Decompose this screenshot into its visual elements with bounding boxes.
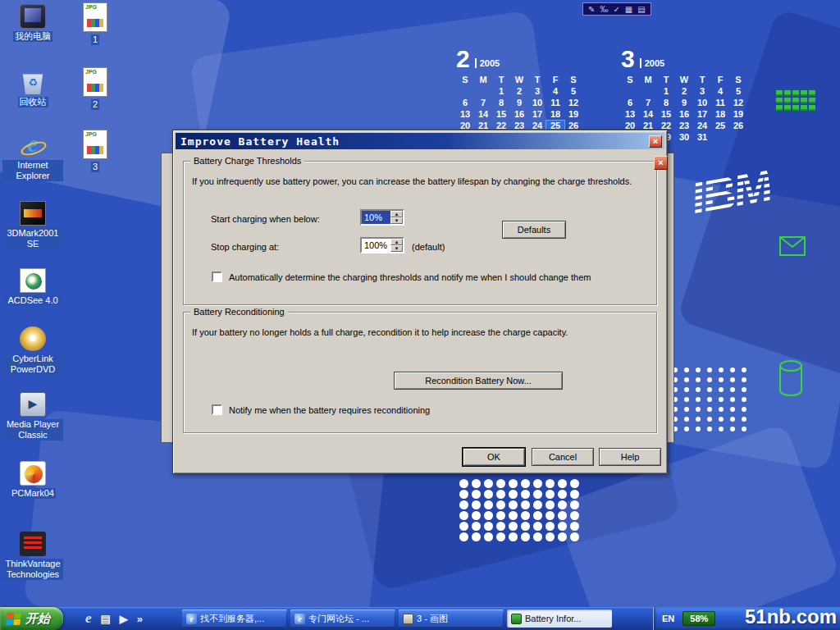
calendar-day: 15	[657, 109, 675, 120]
internet-explorer-quick-icon[interactable]: e	[85, 610, 92, 627]
dot	[496, 532, 505, 541]
brush-icon[interactable]: ✓	[613, 5, 619, 14]
show-desktop-icon[interactable]: ▤	[101, 613, 111, 625]
desktop-icon-recycle-bin[interactable]: 回收站	[2, 70, 64, 107]
dot	[570, 500, 579, 509]
calendar-weekday: S	[621, 75, 639, 85]
dot	[546, 479, 555, 488]
calendar-day: 5	[729, 86, 747, 97]
task-label: Battery Infor...	[525, 614, 581, 623]
green-square	[784, 90, 791, 96]
ok-button[interactable]: OK	[463, 448, 525, 466]
language-indicator[interactable]: EN	[662, 614, 674, 623]
start-charging-value[interactable]: 10%	[362, 211, 390, 224]
ring-dot	[719, 397, 724, 402]
dot	[459, 490, 468, 499]
desktop-icon-acdsee[interactable]: ACDSee 4.0	[2, 268, 64, 306]
green-square	[809, 105, 815, 111]
dot	[509, 479, 518, 488]
help-button[interactable]: Help	[599, 448, 661, 466]
desktop-icon-powerdvd[interactable]: CyberLink PowerDVD	[2, 326, 64, 375]
calendar-3-2005: 32005SMTWTFS1234567891011121314151617181…	[621, 48, 747, 143]
ring-dot	[684, 407, 689, 412]
auto-determine-checkbox-label: Automatically determine the charging thr…	[229, 272, 591, 282]
media-player-quick-icon[interactable]: ▶	[120, 613, 128, 625]
calendar-day: 7	[639, 98, 657, 108]
taskbar-task-3[interactable]: 3 - 画图	[399, 609, 504, 628]
jpg-file-icon: JPG	[83, 67, 107, 97]
recondition-battery-now-button[interactable]: Recondition Battery Now...	[394, 372, 563, 390]
calendar-day: 12	[564, 98, 582, 108]
auto-determine-checkbox[interactable]	[212, 272, 222, 282]
quick-launch: e▤▶»	[85, 607, 143, 630]
spin-down-arrow-icon[interactable]: ▼	[390, 217, 403, 224]
dot	[484, 511, 493, 520]
jpg-file-2[interactable]: JPG2	[75, 67, 115, 110]
desktop-icon-thinkvantage[interactable]: ThinkVantage Technologies	[2, 532, 64, 580]
percent-icon[interactable]: ‰	[600, 5, 608, 14]
jpg-file-label: 1	[91, 34, 99, 45]
jpg-file-3[interactable]: JPG3	[75, 130, 115, 172]
spin-down-arrow-icon[interactable]: ▼	[390, 245, 403, 252]
desktop-icon-pcmark04[interactable]: PCMark04	[2, 461, 64, 499]
taskbar-task-2[interactable]: e专门网论坛 - ...	[290, 609, 395, 628]
reconditioning-group-legend: Battery Reconditioning	[190, 307, 288, 317]
calendar-day: 12	[729, 98, 747, 108]
envelope-icon	[779, 236, 806, 256]
defaults-button[interactable]: Defaults	[502, 221, 566, 239]
stop-charging-spinner[interactable]: 100% ▲ ▼	[360, 237, 404, 253]
dot	[509, 532, 518, 541]
dot	[570, 522, 579, 531]
behind-window-close-button[interactable]: ×	[654, 156, 668, 170]
ring-dot	[730, 397, 735, 402]
desktop-icon-internet-explorer[interactable]: Internet Explorer	[2, 133, 64, 181]
calendar-day: 3	[693, 86, 711, 97]
my-computer-icon	[20, 4, 46, 29]
thresholds-group-legend: Battery Charge Thresholds	[190, 156, 304, 166]
improve-battery-health-dialog: Improve Battery Health × Battery Charge …	[172, 130, 668, 474]
start-button[interactable]: 开始	[0, 607, 63, 630]
green-square	[776, 90, 783, 96]
notes-icon[interactable]: ▤	[637, 5, 645, 14]
calendar-day: 11	[546, 98, 564, 108]
stop-charging-label: Stop charging at:	[211, 242, 279, 252]
jpg-badge: JPG	[85, 4, 97, 10]
notify-reconditioning-checkbox[interactable]	[212, 404, 222, 415]
calendar-day	[711, 132, 729, 143]
ring-dot	[742, 397, 746, 402]
calendar-day: 4	[546, 86, 564, 97]
taskbar-task-4[interactable]: Battery Infor...	[507, 609, 612, 628]
paint-icon	[403, 614, 413, 624]
dot	[570, 479, 579, 488]
jpg-file-1[interactable]: JPG1	[75, 2, 115, 45]
3dmark2001-icon	[20, 201, 46, 226]
desktop-icon-label: ACDSee 4.0	[6, 295, 59, 306]
desktop-icon-label: 回收站	[18, 97, 48, 107]
dot	[496, 522, 505, 531]
ring-dot	[684, 377, 689, 382]
dialog-titlebar[interactable]: Improve Battery Health ×	[176, 133, 664, 149]
ie-icon: e	[294, 614, 305, 624]
calendar-day: 24	[693, 121, 711, 131]
cancel-button[interactable]: Cancel	[532, 448, 594, 466]
powerdvd-icon	[20, 326, 46, 351]
dot	[533, 479, 542, 488]
start-charging-spinner[interactable]: 10% ▲ ▼	[360, 209, 404, 226]
dot	[459, 500, 468, 509]
spin-up-arrow-icon[interactable]: ▲	[390, 239, 403, 245]
desktop-icon-my-computer[interactable]: 我的电脑	[2, 4, 64, 42]
calendar-day: 9	[675, 98, 693, 108]
grid-icon[interactable]: ▦	[625, 5, 632, 14]
battery-tray-indicator[interactable]: 58%	[682, 611, 715, 626]
dot	[546, 532, 555, 541]
desktop-icon-3dmark2001[interactable]: 3DMark2001 SE	[2, 201, 64, 249]
dialog-close-button[interactable]: ×	[649, 135, 662, 148]
stop-charging-value[interactable]: 100%	[362, 239, 390, 252]
default-note: (default)	[412, 242, 445, 252]
ring-dot	[730, 387, 735, 392]
taskbar-task-1[interactable]: e找不到服务器,...	[182, 609, 287, 628]
desktop-icon-mpc[interactable]: Media Player Classic	[2, 392, 64, 441]
pen-tool-icon[interactable]: ✎	[588, 5, 595, 14]
spin-up-arrow-icon[interactable]: ▲	[390, 211, 403, 217]
overflow-chevron-icon[interactable]: »	[137, 613, 143, 625]
